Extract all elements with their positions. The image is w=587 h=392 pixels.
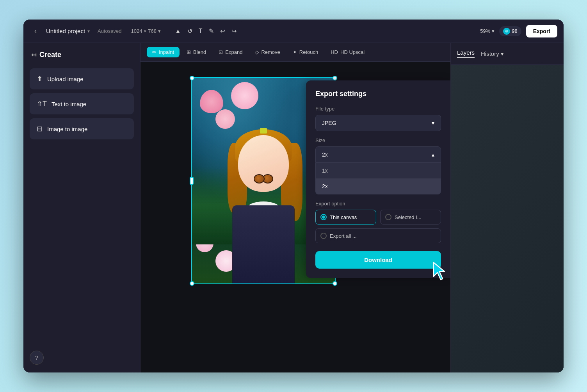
main-content: ↤ Create ⬆ Upload image ⇧T Text to image… <box>23 43 564 372</box>
size-select-button[interactable]: 2x ▴ <box>315 146 441 163</box>
help-icon: ? <box>35 355 38 361</box>
zoom-chevron-icon: ▾ <box>492 28 495 34</box>
character-illustration <box>221 119 306 283</box>
size-option-2x[interactable]: 2x <box>316 178 441 194</box>
header: ‹ Untitled project ▾ Autosaved 1024 × 76… <box>23 20 564 43</box>
upload-icon: ⬆ <box>37 75 43 83</box>
file-type-value: JPEG <box>322 120 336 126</box>
image-to-image-icon: ⊟ <box>37 125 43 133</box>
remove-tool-button[interactable]: ◇ Remove <box>249 47 285 57</box>
credits-badge: ⊕ 98 <box>499 26 521 36</box>
autosaved-status: Autosaved <box>98 28 121 34</box>
handle-top-right[interactable] <box>333 76 337 80</box>
export-button[interactable]: Export <box>526 25 557 37</box>
size-chevron-up-icon: ▴ <box>432 151 434 158</box>
rotate-tool-icon[interactable]: ↺ <box>187 27 192 35</box>
credits-icon: ⊕ <box>503 28 510 35</box>
blend-tool-button[interactable]: ⊞ Blend <box>181 47 212 57</box>
canvas-area: ✏ Inpaint ⊞ Blend ⊡ Expand ◇ Remove ✦ <box>141 43 450 372</box>
layers-tab[interactable]: Layers <box>457 49 475 58</box>
this-canvas-radio <box>320 214 327 220</box>
this-canvas-button[interactable]: This canvas <box>315 210 376 225</box>
file-type-chevron-icon: ▾ <box>432 120 434 126</box>
size-option-1x[interactable]: 1x <box>316 163 441 178</box>
tool-icons: ▲ ↺ T ✎ ↩ ↪ <box>175 27 237 35</box>
upload-image-button[interactable]: ⬆ Upload image <box>30 68 134 89</box>
zoom-control[interactable]: 59% ▾ <box>480 28 495 34</box>
undo-icon[interactable]: ↩ <box>220 27 225 35</box>
back-button[interactable]: ‹ <box>30 25 41 37</box>
help-button[interactable]: ? <box>30 351 44 365</box>
inpaint-tool-button[interactable]: ✏ Inpaint <box>147 47 180 57</box>
inpaint-icon: ✏ <box>152 49 157 55</box>
file-type-label: File type <box>315 106 441 112</box>
export-all-button[interactable]: Export all ... <box>315 228 441 243</box>
upscal-tool-button[interactable]: HD HD Upscal <box>325 47 370 57</box>
canvas-viewport[interactable]: Export settings File type JPEG ▾ Size 2x… <box>141 62 450 372</box>
export-all-radio <box>320 233 327 239</box>
history-chevron-icon: ▾ <box>501 50 504 57</box>
text-to-image-icon: ⇧T <box>37 100 47 108</box>
retouch-icon: ✦ <box>293 49 297 55</box>
redo-icon[interactable]: ↪ <box>231 27 237 35</box>
sidebar-title: Create <box>39 51 61 59</box>
handle-bottom-right[interactable] <box>333 281 337 286</box>
project-title[interactable]: Untitled project ▾ <box>46 28 90 34</box>
image-to-image-button[interactable]: ⊟ Image to image <box>30 118 134 139</box>
header-right: 59% ▾ ⊕ 98 Export <box>480 25 557 37</box>
dims-chevron-icon: ▾ <box>158 28 161 34</box>
export-option-row: This canvas Selected I... <box>315 210 441 225</box>
blend-icon: ⊞ <box>187 49 191 55</box>
text-to-image-label: Text to image <box>52 101 86 107</box>
project-chevron-icon: ▾ <box>87 29 90 34</box>
canvas-dimensions[interactable]: 1024 × 768 ▾ <box>131 28 161 34</box>
download-button[interactable]: Download <box>315 251 441 269</box>
hd-upscal-icon: HD <box>331 49 338 55</box>
canvas-toolbar: ✏ Inpaint ⊞ Blend ⊡ Expand ◇ Remove ✦ <box>141 43 450 62</box>
text-tool-icon[interactable]: T <box>199 28 203 35</box>
sidebar-back-icon: ↤ <box>31 51 36 59</box>
export-option-label: Export option <box>315 201 441 207</box>
project-name: Untitled project <box>46 28 85 34</box>
image-to-image-label: Image to image <box>47 126 87 132</box>
export-settings-title: Export settings <box>315 90 441 98</box>
upload-image-label: Upload image <box>47 76 84 82</box>
credits-count: 98 <box>512 28 517 34</box>
handle-top-left[interactable] <box>190 76 194 80</box>
expand-tool-button[interactable]: ⊡ Expand <box>213 47 248 57</box>
size-label: Size <box>315 137 441 143</box>
handle-bottom-left[interactable] <box>190 281 194 286</box>
pen-tool-icon[interactable]: ✎ <box>209 27 214 35</box>
selected-layers-button[interactable]: Selected I... <box>380 210 441 225</box>
select-tool-icon[interactable]: ▲ <box>175 28 181 35</box>
right-panel-tabs: Layers History ▾ <box>451 43 564 65</box>
size-value: 2x <box>322 151 328 158</box>
file-type-select[interactable]: JPEG ▾ <box>315 115 441 131</box>
export-settings-panel: Export settings File type JPEG ▾ Size 2x… <box>306 80 450 278</box>
retouch-tool-button[interactable]: ✦ Retouch <box>287 47 324 57</box>
sidebar-header: ↤ Create <box>30 51 134 59</box>
size-dropdown: 1x 2x <box>315 163 441 194</box>
remove-icon: ◇ <box>255 49 259 55</box>
expand-icon: ⊡ <box>219 49 223 55</box>
handle-mid-left[interactable] <box>190 177 194 185</box>
sidebar: ↤ Create ⬆ Upload image ⇧T Text to image… <box>23 43 141 372</box>
right-panel: Layers History ▾ <box>450 43 564 372</box>
history-tab[interactable]: History ▾ <box>481 50 504 57</box>
text-to-image-button[interactable]: ⇧T Text to image <box>30 93 134 114</box>
selected-radio <box>385 214 391 220</box>
